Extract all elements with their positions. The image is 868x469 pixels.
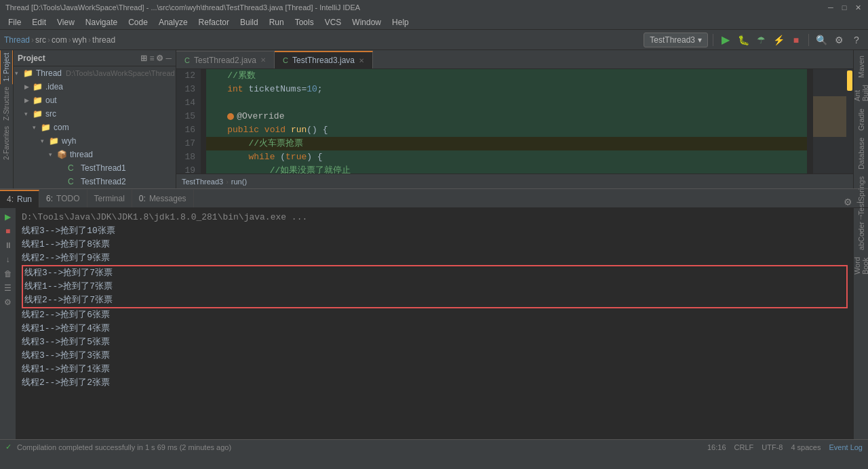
breadcrumb-path: Thread › src › com › wyh › thread: [4, 35, 115, 45]
vtab-project[interactable]: 1: Project: [0, 50, 14, 84]
bottom-settings-icon[interactable]: ⚙: [844, 197, 852, 207]
run-output-line-4: 线程3-->抢到了7张票: [23, 266, 846, 280]
package-icon: 📦: [57, 150, 68, 159]
right-sidebar-wordbook[interactable]: Word Book: [852, 254, 869, 277]
right-sidebar-database[interactable]: Database: [856, 135, 867, 172]
status-line-ending[interactable]: CRLF: [734, 443, 754, 451]
project-collapse-icon[interactable]: ≡: [149, 54, 154, 63]
tree-com-label: com: [54, 123, 69, 132]
arrow-icon: ▾: [15, 70, 23, 77]
minimize-button[interactable]: ─: [826, 3, 835, 12]
arrow-icon: ▶: [24, 83, 33, 90]
menu-edit[interactable]: Edit: [26, 15, 52, 30]
menu-run[interactable]: Run: [264, 15, 290, 30]
settings-button[interactable]: ⚙: [831, 33, 846, 47]
debug-button[interactable]: 🐛: [736, 33, 751, 47]
menu-window[interactable]: Window: [347, 15, 387, 30]
tab-testthread3[interactable]: C TestThread3.java ✕: [275, 51, 373, 68]
run-settings-button[interactable]: ⚙: [2, 296, 14, 308]
tree-src[interactable]: ▾ 📁 src: [14, 107, 176, 121]
maximize-button[interactable]: □: [840, 3, 849, 12]
run-pause-button[interactable]: ⏸: [2, 239, 14, 251]
run-panel: ▶ ■ ⏸ ↓ 🗑 ☰ ⚙ D:\Tools\Java\JDK\JDK1.8\j…: [0, 208, 868, 439]
menu-navigate[interactable]: Navigate: [80, 15, 123, 30]
menu-tools[interactable]: Tools: [290, 15, 319, 30]
run-output-line-11: 线程1-->抢到了1张票: [22, 363, 848, 376]
breadcrumb-thread[interactable]: thread: [92, 35, 115, 45]
right-sidebar-maven[interactable]: Maven: [856, 53, 867, 81]
code-editor[interactable]: 12 13 14 15 16 17 18 19 20 //累数 int tick…: [176, 69, 853, 174]
run-play-button[interactable]: ▶: [2, 211, 14, 223]
toolbar: Thread › src › com › wyh › thread TestTh…: [0, 30, 868, 50]
tab-testthread2-close[interactable]: ✕: [260, 56, 266, 64]
tree-com[interactable]: ▾ 📁 com: [14, 121, 176, 134]
breadcrumb-com[interactable]: com: [52, 35, 67, 45]
right-sidebar-gradle[interactable]: Gradle: [856, 106, 867, 134]
project-title: Project: [18, 54, 45, 63]
stop-button[interactable]: ■: [789, 33, 804, 47]
tab-testthread3-close[interactable]: ✕: [359, 57, 364, 64]
folder-icon: 📁: [33, 96, 43, 105]
breadcrumb-wyh[interactable]: wyh: [73, 35, 87, 45]
run-config-dropdown-icon[interactable]: ▾: [698, 35, 702, 45]
menu-help[interactable]: Help: [387, 15, 414, 30]
vtab-structure[interactable]: Z-Structure: [1, 84, 12, 123]
main-area: 1: Project Z-Structure 2-Favorites Proje…: [0, 50, 868, 188]
menu-refactor[interactable]: Refactor: [193, 15, 235, 30]
search-everywhere-button[interactable]: 🔍: [814, 33, 829, 47]
title-bar: Thread [D:\Tools\JavaWorkSpace\Thread] -…: [0, 0, 868, 15]
project-expand-icon[interactable]: ⊞: [140, 54, 147, 63]
tree-root-thread[interactable]: ▾ 📁 Thread D:\Tools\JavaWorkSpace\Thread: [14, 66, 176, 80]
arrow-icon: ▶: [24, 97, 33, 104]
status-indent[interactable]: 4 spaces: [791, 443, 821, 451]
run-scroll-end-button[interactable]: ↓: [2, 253, 14, 266]
menu-vcs[interactable]: VCS: [319, 15, 347, 30]
run-config-selector[interactable]: TestThread3 ▾: [644, 33, 708, 47]
breadcrumb-src[interactable]: src: [35, 35, 46, 45]
tree-testthread2[interactable]: ▶ C TestThread2: [14, 175, 176, 188]
breadcrumb-testthread3[interactable]: TestThread3: [182, 178, 223, 186]
breadcrumb-thread[interactable]: Thread: [4, 35, 30, 45]
tab-testthread2[interactable]: C TestThread2.java ✕: [176, 51, 275, 68]
bottom-tab-terminal[interactable]: Terminal: [87, 190, 132, 207]
coverage-button[interactable]: ☂: [753, 33, 768, 47]
tree-out[interactable]: ▶ 📁 out: [14, 94, 176, 107]
status-encoding[interactable]: UTF-8: [762, 443, 783, 451]
right-sidebar-testsprings[interactable]: TestSprings: [856, 174, 867, 218]
title-text: Thread [D:\Tools\JavaWorkSpace\Thread] -…: [5, 3, 360, 12]
tree-thread-folder[interactable]: ▾ 📦 thread: [14, 148, 176, 161]
right-sidebar-abcoder[interactable]: abCoder: [856, 219, 867, 253]
run-filter-button[interactable]: ☰: [2, 282, 14, 294]
run-output[interactable]: D:\Tools\Java\JDK\JDK1.8\jdk1.8.0_281\bi…: [16, 208, 853, 439]
run-output-line-7: 线程2-->抢到了6张票: [22, 308, 848, 322]
project-settings-icon[interactable]: ⚙: [156, 54, 163, 63]
run-stop-button[interactable]: ■: [2, 225, 14, 237]
code-line-14: [206, 96, 807, 110]
tree-thread-label: thread: [70, 150, 93, 159]
tree-idea-label: .idea: [45, 82, 63, 91]
menu-build[interactable]: Build: [235, 15, 264, 30]
bottom-tab-run[interactable]: 4: Run: [0, 190, 39, 207]
vtab-favorites[interactable]: 2-Favorites: [1, 123, 12, 163]
tree-wyh[interactable]: ▾ 📁 wyh: [14, 134, 176, 148]
tree-testthread1[interactable]: ▶ C TestThread1: [14, 161, 176, 175]
menu-view[interactable]: View: [52, 15, 80, 30]
status-position[interactable]: 16:16: [707, 443, 726, 451]
breadcrumb-run[interactable]: run(): [231, 178, 247, 186]
close-button[interactable]: ✕: [853, 3, 863, 12]
run-button[interactable]: ▶: [718, 33, 733, 47]
tree-idea[interactable]: ▶ 📁 .idea: [14, 80, 176, 94]
run-clear-button[interactable]: 🗑: [2, 268, 14, 280]
project-close-icon[interactable]: ─: [165, 54, 172, 63]
bottom-tab-messages[interactable]: 0: Messages: [132, 190, 194, 207]
profile-button[interactable]: ⚡: [771, 33, 786, 47]
code-content[interactable]: //累数 int ticketNums=10; @Override public…: [201, 69, 812, 174]
bottom-tab-todo[interactable]: 6: TODO: [39, 190, 87, 207]
menu-code[interactable]: Code: [123, 15, 153, 30]
right-sidebar-ant[interactable]: Ant Build: [852, 82, 869, 104]
menu-analyze[interactable]: Analyze: [153, 15, 193, 30]
help-button[interactable]: ?: [849, 33, 864, 47]
menu-file[interactable]: File: [3, 15, 26, 30]
project-header-icons: ⊞ ≡ ⚙ ─: [140, 54, 172, 63]
status-event-log[interactable]: Event Log: [829, 443, 863, 451]
